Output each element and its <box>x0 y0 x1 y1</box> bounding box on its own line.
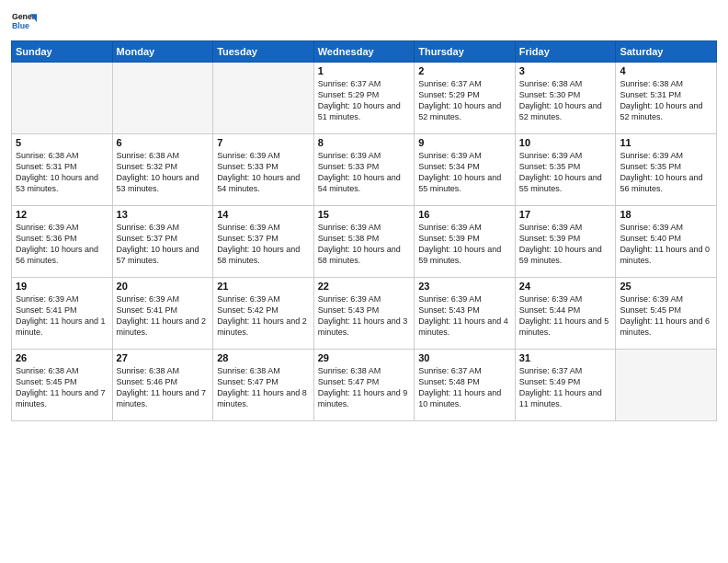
cell-info: Sunrise: 6:39 AM Sunset: 5:41 PM Dayligh… <box>117 293 210 339</box>
calendar-header-row: SundayMondayTuesdayWednesdayThursdayFrid… <box>12 41 717 63</box>
cell-info: Sunrise: 6:39 AM Sunset: 5:36 PM Dayligh… <box>16 222 108 267</box>
cell-info: Sunrise: 6:39 AM Sunset: 5:39 PM Dayligh… <box>418 222 511 267</box>
calendar-week-row: 12Sunrise: 6:39 AM Sunset: 5:36 PM Dayli… <box>12 206 717 278</box>
calendar-cell: 4Sunrise: 6:38 AM Sunset: 5:31 PM Daylig… <box>616 63 717 134</box>
calendar-cell: 29Sunrise: 6:38 AM Sunset: 5:47 PM Dayli… <box>313 350 415 421</box>
cell-info: Sunrise: 6:38 AM Sunset: 5:47 PM Dayligh… <box>318 365 411 410</box>
calendar-cell: 19Sunrise: 6:39 AM Sunset: 5:41 PM Dayli… <box>12 278 113 350</box>
calendar-cell <box>112 63 213 134</box>
calendar-table: SundayMondayTuesdayWednesdayThursdayFrid… <box>11 40 717 421</box>
calendar-week-row: 1Sunrise: 6:37 AM Sunset: 5:29 PM Daylig… <box>12 63 717 134</box>
day-number: 13 <box>117 209 210 220</box>
cell-info: Sunrise: 6:39 AM Sunset: 5:40 PM Dayligh… <box>620 222 712 267</box>
calendar-cell: 6Sunrise: 6:38 AM Sunset: 5:32 PM Daylig… <box>112 134 213 206</box>
calendar-cell: 23Sunrise: 6:39 AM Sunset: 5:43 PM Dayli… <box>415 278 516 350</box>
cell-info: Sunrise: 6:38 AM Sunset: 5:46 PM Dayligh… <box>117 365 210 410</box>
page: General Blue SundayMondayTuesdayWednesda… <box>0 0 728 563</box>
day-number: 22 <box>318 281 411 292</box>
cell-info: Sunrise: 6:38 AM Sunset: 5:47 PM Dayligh… <box>217 365 310 410</box>
day-number: 24 <box>519 281 612 292</box>
calendar-cell: 22Sunrise: 6:39 AM Sunset: 5:43 PM Dayli… <box>313 278 415 350</box>
calendar-cell: 16Sunrise: 6:39 AM Sunset: 5:39 PM Dayli… <box>415 206 516 278</box>
calendar-cell: 5Sunrise: 6:38 AM Sunset: 5:31 PM Daylig… <box>12 134 113 206</box>
cell-info: Sunrise: 6:39 AM Sunset: 5:41 PM Dayligh… <box>16 293 108 339</box>
calendar-cell: 27Sunrise: 6:38 AM Sunset: 5:46 PM Dayli… <box>112 350 213 421</box>
day-number: 7 <box>217 137 310 148</box>
day-number: 27 <box>117 352 210 363</box>
calendar-cell: 14Sunrise: 6:39 AM Sunset: 5:37 PM Dayli… <box>213 206 314 278</box>
calendar-cell <box>616 350 717 421</box>
calendar-cell: 11Sunrise: 6:39 AM Sunset: 5:35 PM Dayli… <box>616 134 717 206</box>
cell-info: Sunrise: 6:37 AM Sunset: 5:29 PM Dayligh… <box>318 78 411 123</box>
calendar-day-header: Saturday <box>616 41 717 63</box>
cell-info: Sunrise: 6:39 AM Sunset: 5:37 PM Dayligh… <box>117 222 210 267</box>
calendar-cell: 17Sunrise: 6:39 AM Sunset: 5:39 PM Dayli… <box>515 206 616 278</box>
cell-info: Sunrise: 6:39 AM Sunset: 5:45 PM Dayligh… <box>620 293 712 339</box>
cell-info: Sunrise: 6:39 AM Sunset: 5:35 PM Dayligh… <box>519 150 612 195</box>
day-number: 5 <box>16 137 108 148</box>
cell-info: Sunrise: 6:38 AM Sunset: 5:45 PM Dayligh… <box>16 365 108 410</box>
cell-info: Sunrise: 6:39 AM Sunset: 5:39 PM Dayligh… <box>519 222 612 267</box>
logo: General Blue <box>11 9 37 35</box>
cell-info: Sunrise: 6:39 AM Sunset: 5:37 PM Dayligh… <box>217 222 310 267</box>
cell-info: Sunrise: 6:39 AM Sunset: 5:38 PM Dayligh… <box>318 222 411 267</box>
cell-info: Sunrise: 6:39 AM Sunset: 5:44 PM Dayligh… <box>519 293 612 339</box>
cell-info: Sunrise: 6:39 AM Sunset: 5:33 PM Dayligh… <box>318 150 411 195</box>
calendar-cell: 18Sunrise: 6:39 AM Sunset: 5:40 PM Dayli… <box>616 206 717 278</box>
day-number: 29 <box>318 352 411 363</box>
cell-info: Sunrise: 6:37 AM Sunset: 5:49 PM Dayligh… <box>519 365 612 410</box>
calendar-cell: 12Sunrise: 6:39 AM Sunset: 5:36 PM Dayli… <box>12 206 113 278</box>
day-number: 14 <box>217 209 310 220</box>
calendar-cell: 9Sunrise: 6:39 AM Sunset: 5:34 PM Daylig… <box>415 134 516 206</box>
day-number: 4 <box>620 65 712 76</box>
calendar-cell: 10Sunrise: 6:39 AM Sunset: 5:35 PM Dayli… <box>515 134 616 206</box>
cell-info: Sunrise: 6:39 AM Sunset: 5:33 PM Dayligh… <box>217 150 310 195</box>
day-number: 16 <box>418 209 511 220</box>
calendar-day-header: Friday <box>515 41 616 63</box>
calendar-day-header: Wednesday <box>313 41 415 63</box>
day-number: 2 <box>418 65 511 76</box>
logo-icon: General Blue <box>11 9 37 35</box>
calendar-day-header: Sunday <box>12 41 113 63</box>
day-number: 23 <box>418 281 511 292</box>
calendar-cell: 24Sunrise: 6:39 AM Sunset: 5:44 PM Dayli… <box>515 278 616 350</box>
calendar-day-header: Thursday <box>415 41 516 63</box>
calendar-cell: 21Sunrise: 6:39 AM Sunset: 5:42 PM Dayli… <box>213 278 314 350</box>
cell-info: Sunrise: 6:38 AM Sunset: 5:31 PM Dayligh… <box>16 150 108 195</box>
day-number: 1 <box>318 65 411 76</box>
calendar-cell: 8Sunrise: 6:39 AM Sunset: 5:33 PM Daylig… <box>313 134 415 206</box>
header: General Blue <box>11 9 717 35</box>
day-number: 28 <box>217 352 310 363</box>
day-number: 30 <box>418 352 511 363</box>
calendar-week-row: 19Sunrise: 6:39 AM Sunset: 5:41 PM Dayli… <box>12 278 717 350</box>
calendar-cell: 7Sunrise: 6:39 AM Sunset: 5:33 PM Daylig… <box>213 134 314 206</box>
calendar-cell: 30Sunrise: 6:37 AM Sunset: 5:48 PM Dayli… <box>415 350 516 421</box>
day-number: 26 <box>16 352 108 363</box>
day-number: 19 <box>16 281 108 292</box>
day-number: 21 <box>217 281 310 292</box>
calendar-week-row: 26Sunrise: 6:38 AM Sunset: 5:45 PM Dayli… <box>12 350 717 421</box>
calendar-cell: 1Sunrise: 6:37 AM Sunset: 5:29 PM Daylig… <box>313 63 415 134</box>
calendar-cell <box>12 63 113 134</box>
cell-info: Sunrise: 6:39 AM Sunset: 5:42 PM Dayligh… <box>217 293 310 339</box>
cell-info: Sunrise: 6:38 AM Sunset: 5:31 PM Dayligh… <box>620 78 712 123</box>
day-number: 12 <box>16 209 108 220</box>
calendar-cell: 25Sunrise: 6:39 AM Sunset: 5:45 PM Dayli… <box>616 278 717 350</box>
calendar-cell <box>213 63 314 134</box>
day-number: 9 <box>418 137 511 148</box>
day-number: 8 <box>318 137 411 148</box>
cell-info: Sunrise: 6:39 AM Sunset: 5:35 PM Dayligh… <box>620 150 712 195</box>
cell-info: Sunrise: 6:39 AM Sunset: 5:43 PM Dayligh… <box>318 293 411 339</box>
cell-info: Sunrise: 6:39 AM Sunset: 5:34 PM Dayligh… <box>418 150 511 195</box>
cell-info: Sunrise: 6:39 AM Sunset: 5:43 PM Dayligh… <box>418 293 511 339</box>
day-number: 3 <box>519 65 612 76</box>
calendar-cell: 31Sunrise: 6:37 AM Sunset: 5:49 PM Dayli… <box>515 350 616 421</box>
cell-info: Sunrise: 6:37 AM Sunset: 5:48 PM Dayligh… <box>418 365 511 410</box>
day-number: 31 <box>519 352 612 363</box>
calendar-week-row: 5Sunrise: 6:38 AM Sunset: 5:31 PM Daylig… <box>12 134 717 206</box>
calendar-cell: 20Sunrise: 6:39 AM Sunset: 5:41 PM Dayli… <box>112 278 213 350</box>
svg-text:Blue: Blue <box>12 21 29 30</box>
calendar-cell: 15Sunrise: 6:39 AM Sunset: 5:38 PM Dayli… <box>313 206 415 278</box>
calendar-cell: 3Sunrise: 6:38 AM Sunset: 5:30 PM Daylig… <box>515 63 616 134</box>
cell-info: Sunrise: 6:38 AM Sunset: 5:30 PM Dayligh… <box>519 78 612 123</box>
